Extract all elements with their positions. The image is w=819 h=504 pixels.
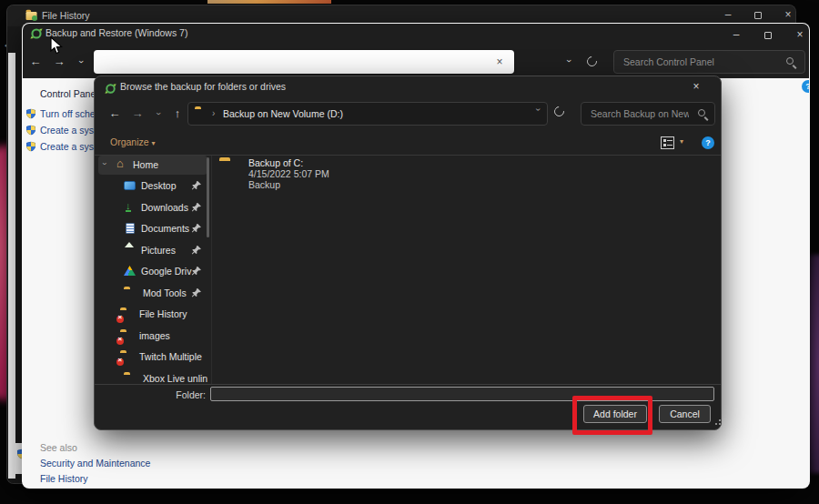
pin-icon [191, 202, 202, 213]
file-kind: Backup [248, 179, 280, 190]
sidebar-item-images[interactable]: images [98, 327, 207, 346]
shield-icon [25, 125, 36, 136]
dialog-title: Browse the backup for folders or drives [120, 81, 286, 92]
expander-chevron-icon[interactable]: › [100, 163, 109, 166]
breadcrumb-separator: › [212, 103, 215, 125]
control-panel-home-link[interactable]: Control Pane [40, 88, 96, 99]
dialog-sidebar: › ⌂ Home Desktop ↓ Downloads Documents [96, 156, 211, 385]
shield-icon [25, 141, 36, 152]
search-icon [698, 109, 705, 116]
address-path[interactable]: Backup on New Volume (D:) [223, 103, 343, 125]
help-icon[interactable]: ? [802, 80, 810, 93]
dialog-close-icon[interactable]: × [688, 79, 704, 95]
backup-restore-app-icon [30, 27, 43, 44]
file-date: 4/15/2022 5:07 PM [248, 168, 329, 179]
create-system-image-link[interactable]: Create a syste [40, 125, 98, 136]
address-bar[interactable]: × [94, 50, 514, 74]
desktop: ← File History – × Backup and Restore (W… [0, 0, 819, 504]
sync-error-badge [116, 358, 124, 366]
address-dropdown-chevron-icon[interactable]: › [560, 52, 578, 70]
resize-grip[interactable] [715, 419, 721, 425]
forward-icon[interactable]: → [50, 53, 68, 71]
control-panel-search-box[interactable] [613, 50, 805, 74]
pin-icon [191, 180, 202, 191]
sidebar-item-twitch-multiple[interactable]: Twitch Multiple [98, 348, 207, 367]
recent-chevron-icon[interactable]: › [149, 105, 167, 123]
shield-icon [25, 108, 36, 119]
view-mode-icon[interactable] [661, 136, 674, 149]
file-history-app-icon [25, 11, 38, 21]
pin-icon [191, 245, 202, 256]
google-drive-icon [124, 266, 136, 276]
pin-icon [191, 266, 202, 277]
backup-restore-maximize-button[interactable] [754, 25, 782, 46]
pin-icon [191, 287, 202, 298]
dialog-app-icon [105, 82, 116, 98]
browse-backup-dialog: Browse the backup for folders or drives … [94, 76, 722, 430]
downloads-icon: ↓ [126, 201, 131, 212]
sidebar-item-mod-tools[interactable]: Mod Tools [98, 284, 207, 303]
annotation-highlight-box [572, 396, 652, 435]
backup-restore-title: Backup and Restore (Windows 7) [46, 23, 187, 44]
refresh-icon[interactable] [585, 55, 599, 68]
help-icon[interactable]: ? [702, 136, 714, 149]
sidebar-item-home[interactable]: › ⌂ Home [98, 156, 207, 175]
up-icon[interactable]: ↑ [168, 105, 187, 123]
control-panel-search-input[interactable] [623, 51, 769, 73]
backup-folder-item[interactable]: Backup of C: 4/15/2022 5:07 PM Backup [216, 157, 425, 199]
sidebar-item-google-drive[interactable]: Google Driv [98, 262, 207, 281]
back-icon[interactable]: ← [106, 105, 124, 123]
sync-error-badge [116, 316, 124, 323]
sidebar-item-pictures[interactable]: Pictures [98, 241, 207, 260]
pin-icon [191, 223, 202, 234]
security-and-maintenance-link[interactable]: Security and Maintenance [40, 458, 150, 469]
desktop-icon [124, 181, 136, 190]
forward-icon[interactable]: → [128, 105, 147, 123]
file-name: Backup of C: [248, 157, 303, 168]
file-history-link[interactable]: File History [40, 473, 88, 484]
mouse-cursor [50, 36, 64, 55]
backup-restore-minimize-button[interactable]: – [723, 25, 750, 46]
dialog-search-input[interactable] [591, 103, 689, 125]
recent-locations-chevron-icon[interactable]: › [72, 53, 90, 71]
refresh-icon[interactable] [552, 105, 566, 118]
footer-separator [95, 384, 721, 385]
turn-off-schedule-link[interactable]: Turn off sche [40, 108, 98, 119]
home-icon: ⌂ [116, 158, 124, 169]
search-icon [786, 57, 794, 65]
backup-restore-close-button[interactable]: × [786, 25, 810, 46]
dialog-address-bar[interactable]: › Backup on New Volume (D:) › [187, 102, 548, 126]
sidebar-divider [211, 156, 212, 385]
file-history-content-sliver [8, 53, 15, 479]
sidebar-item-xbox-live[interactable]: Xbox Live unlin [98, 369, 207, 388]
documents-icon [126, 223, 135, 234]
sidebar-scrollbar[interactable] [207, 157, 209, 237]
cancel-button[interactable]: Cancel [659, 405, 711, 423]
sidebar-item-desktop[interactable]: Desktop [98, 176, 207, 196]
back-icon[interactable]: ← [26, 53, 45, 71]
sidebar-item-file-history[interactable]: File History [98, 305, 207, 324]
sidebar-item-downloads[interactable]: ↓ Downloads [98, 198, 207, 217]
sidebar-item-documents[interactable]: Documents [98, 219, 207, 238]
organize-caret-icon: ▾ [152, 139, 156, 147]
wallpaper-orange-strip [207, 0, 331, 4]
address-dropdown-chevron-icon[interactable]: › [537, 105, 540, 115]
see-also-heading: See also [40, 442, 77, 453]
folder-field-label: Folder: [149, 389, 206, 400]
create-system-repair-link[interactable]: Create a syste [40, 141, 98, 152]
sync-error-badge [116, 338, 124, 345]
backup-restore-chrome: Backup and Restore (Windows 7) – × ← → ›… [23, 24, 809, 78]
view-mode-caret-icon[interactable]: ▾ [680, 137, 683, 146]
organize-menu[interactable]: Organize ▾ [110, 136, 156, 147]
dialog-search-box[interactable] [581, 102, 715, 126]
clear-address-icon[interactable]: × [492, 55, 507, 69]
